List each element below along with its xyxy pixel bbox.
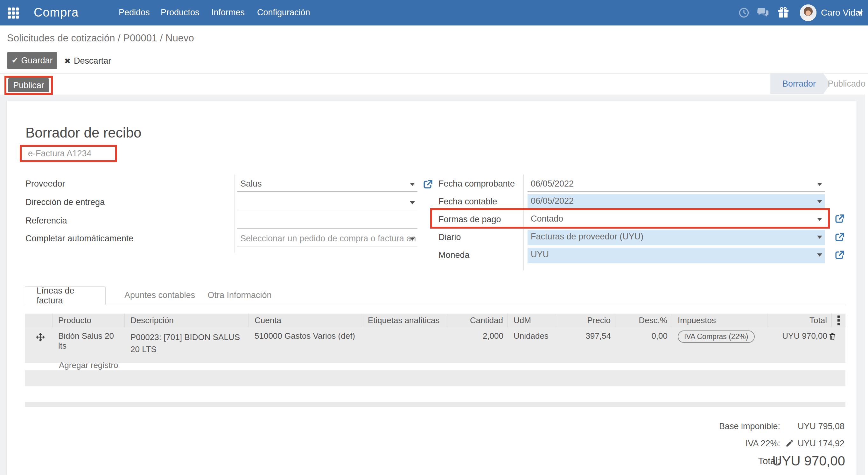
header-total[interactable]: Total <box>768 314 832 327</box>
header-cantidad[interactable]: Cantidad <box>448 314 508 327</box>
field-proveedor-value: Salus <box>240 179 262 188</box>
cell-precio[interactable]: 397,54 <box>555 327 615 363</box>
field-diario[interactable]: Facturas de proveedor (UYU) <box>528 230 825 245</box>
messages-chat-icon[interactable] <box>757 8 769 19</box>
header-etiquetas[interactable]: Etiquetas analíticas <box>362 314 448 327</box>
activities-clock-icon[interactable] <box>738 7 750 19</box>
section-divider-strip <box>25 402 845 407</box>
menu-productos[interactable]: Productos <box>161 8 199 18</box>
reference-placeholder: e-Factura A1234 <box>28 149 92 158</box>
field-direccion[interactable] <box>237 196 417 210</box>
table-header-row: Producto Descripción Cuenta Etiquetas an… <box>25 314 845 327</box>
menu-informes[interactable]: Informes <box>211 8 245 18</box>
header-udm[interactable]: UdM <box>508 314 555 327</box>
scrollbar-track[interactable] <box>865 94 868 475</box>
label-proveedor: Proveedor <box>26 179 65 189</box>
total-value: UYU 970,00 <box>743 453 845 469</box>
invoice-lines-table: Producto Descripción Cuenta Etiquetas an… <box>25 314 845 363</box>
menu-pedidos[interactable]: Pedidos <box>119 8 150 18</box>
state-borrador[interactable]: Borrador <box>770 73 831 94</box>
statusbar <box>0 73 868 95</box>
cell-impuestos[interactable]: IVA Compras (22%) <box>672 327 768 363</box>
header-cuenta[interactable]: Cuenta <box>249 314 362 327</box>
odoo-purchase-screen: Compra Pedidos Productos Informes Config… <box>0 0 868 475</box>
field-fecha-comprobante-value: 06/05/2022 <box>531 179 574 188</box>
label-fecha-comprobante: Fecha comprobante <box>438 179 515 189</box>
field-fecha-contable[interactable]: 06/05/2022 <box>528 194 825 209</box>
field-referencia[interactable] <box>237 214 417 229</box>
user-name[interactable]: Caro Vidal <box>821 8 862 18</box>
dropdown-caret-icon[interactable] <box>817 183 822 186</box>
cell-udm[interactable]: Unidades <box>508 327 555 363</box>
column-options-kebab-icon[interactable] <box>832 314 845 327</box>
cell-desc[interactable]: 0,00 <box>615 327 672 363</box>
tab-lineas-factura[interactable]: Líneas de factura <box>25 286 106 305</box>
moneda-external-link-icon[interactable] <box>834 249 846 261</box>
state-borrador-label: Borrador <box>782 79 816 89</box>
menu-configuracion[interactable]: Configuración <box>257 8 310 18</box>
field-completar-placeholder: Seleccionar un pedido de compra o factur… <box>240 234 416 243</box>
breadcrumb[interactable]: Solicitudes de cotización / P00001 / Nue… <box>7 32 194 44</box>
top-navbar: Compra Pedidos Productos Informes Config… <box>0 0 868 26</box>
field-proveedor[interactable]: Salus <box>237 177 417 192</box>
field-moneda[interactable]: UYU <box>528 248 825 263</box>
proveedor-external-link-icon[interactable] <box>422 178 434 190</box>
tab-otra-informacion-label: Otra Información <box>208 290 271 300</box>
gift-icon[interactable] <box>777 6 790 19</box>
cell-etiquetas[interactable] <box>362 327 448 363</box>
field-fecha-contable-value: 06/05/2022 <box>531 196 574 206</box>
dropdown-caret-icon[interactable] <box>817 236 822 239</box>
cell-total[interactable]: UYU 970,00 <box>768 327 832 363</box>
field-formas-pago[interactable]: Contado <box>528 212 825 227</box>
cell-producto[interactable]: Bidón Salus 20 lts <box>53 327 125 363</box>
field-completar[interactable]: Seleccionar un pedido de compra o factur… <box>237 232 417 246</box>
user-avatar[interactable] <box>800 4 816 21</box>
cell-cantidad[interactable]: 2,000 <box>448 327 508 363</box>
field-fecha-comprobante[interactable]: 06/05/2022 <box>528 177 825 192</box>
dropdown-caret-icon[interactable] <box>410 201 415 204</box>
formas-pago-external-link-icon[interactable] <box>834 213 846 225</box>
cell-delete[interactable] <box>832 327 845 363</box>
header-precio[interactable]: Precio <box>555 314 615 327</box>
tab-apuntes-contables-label: Apuntes contables <box>124 290 195 300</box>
check-icon: ✔ <box>11 56 18 65</box>
label-moneda: Moneda <box>438 250 470 260</box>
save-button-label: Guardar <box>21 56 53 66</box>
app-name[interactable]: Compra <box>34 6 79 20</box>
form-right-separator <box>523 175 524 271</box>
tab-lineas-factura-label: Líneas de factura <box>37 286 94 306</box>
cell-descripcion[interactable]: P00023: [701] BIDON SALUS 20 LTS <box>125 327 249 363</box>
cell-cuenta[interactable]: 510000 Gastos Varios (def) <box>249 327 362 363</box>
save-button[interactable]: ✔ Guardar <box>7 52 57 69</box>
dropdown-caret-icon[interactable] <box>817 218 822 221</box>
dropdown-caret-icon[interactable] <box>817 254 822 257</box>
diario-external-link-icon[interactable] <box>834 231 846 243</box>
form-left-separator <box>235 175 235 253</box>
discard-button-label: Descartar <box>74 56 111 66</box>
dropdown-caret-icon[interactable] <box>817 200 822 203</box>
header-impuestos[interactable]: Impuestos <box>672 314 768 327</box>
header-options <box>832 314 845 327</box>
label-formas-pago: Formas de pago <box>438 215 501 225</box>
discard-button[interactable]: ✖ Descartar <box>64 56 111 66</box>
header-producto[interactable]: Producto <box>53 314 125 327</box>
apps-grid-icon[interactable] <box>7 7 20 19</box>
empty-table-stripe <box>25 370 845 386</box>
add-record-link[interactable]: Agregar registro <box>59 360 118 370</box>
row-handle[interactable] <box>25 327 53 363</box>
reference-input[interactable]: e-Factura A1234 <box>20 146 116 161</box>
publish-button-label: Publicar <box>13 81 44 90</box>
state-publicado[interactable]: Publicado <box>828 73 865 94</box>
field-moneda-value: UYU <box>531 249 549 259</box>
drag-move-icon <box>36 332 45 342</box>
dropdown-caret-icon[interactable] <box>410 183 415 186</box>
tab-otra-informacion[interactable]: Otra Información <box>193 286 286 304</box>
table-row[interactable]: Bidón Salus 20 lts P00023: [701] BIDON S… <box>25 327 845 363</box>
publish-button[interactable]: Publicar <box>8 78 49 92</box>
header-descripcion[interactable]: Descripción <box>125 314 249 327</box>
tax-pill[interactable]: IVA Compras (22%) <box>678 330 755 343</box>
label-referencia: Referencia <box>26 216 67 226</box>
dropdown-caret-icon[interactable] <box>410 237 415 241</box>
header-desc[interactable]: Desc.% <box>615 314 672 327</box>
user-menu-caret-icon[interactable] <box>857 11 863 15</box>
